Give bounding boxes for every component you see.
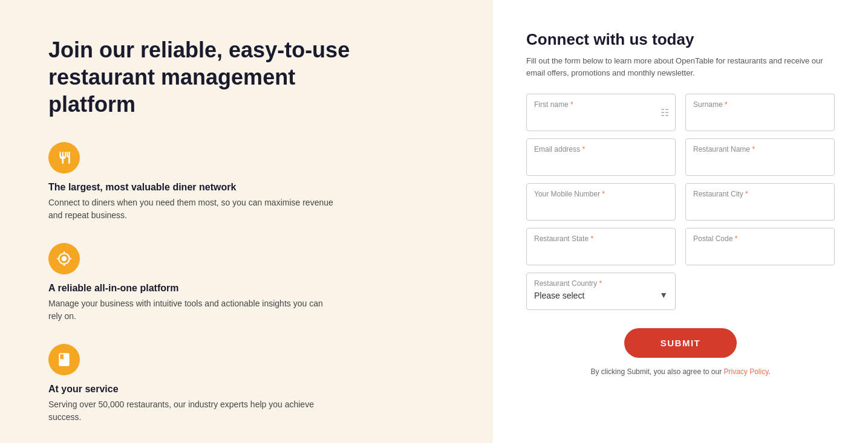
page-headline: Join our reliable, easy-to-use restauran… <box>48 36 351 118</box>
restaurant-state-group: Restaurant State * <box>526 228 676 265</box>
restaurant-name-label: Restaurant Name * <box>693 145 827 154</box>
surname-input[interactable] <box>693 111 827 120</box>
form-heading: Connect with us today <box>526 30 835 49</box>
feature-title-3: At your service <box>48 384 457 395</box>
restaurant-country-select[interactable]: Please select United Kingdom United Stat… <box>534 291 668 300</box>
cutlery-icon <box>56 150 72 166</box>
restaurant-country-label: Restaurant Country * <box>534 279 668 288</box>
privacy-text: By clicking Submit, you also agree to ou… <box>526 366 835 377</box>
restaurant-state-field: Restaurant State * <box>526 228 676 265</box>
form-subtitle: Fill out the form below to learn more ab… <box>526 55 835 79</box>
restaurant-city-field: Restaurant City * <box>685 183 835 221</box>
form-row-4: Restaurant State * Postal Code * <box>526 228 835 265</box>
surname-label: Surname * <box>693 100 827 109</box>
restaurant-country-group: Restaurant Country * Please select Unite… <box>526 273 676 310</box>
postal-code-group: Postal Code * <box>685 228 835 265</box>
form-row-5: Restaurant Country * Please select Unite… <box>526 273 835 310</box>
surname-field: Surname * <box>685 94 835 131</box>
mobile-label: Your Mobile Number * <box>534 190 668 198</box>
restaurant-city-group: Restaurant City * <box>685 183 835 221</box>
email-input[interactable] <box>534 155 668 165</box>
first-name-field: First name * ☷ <box>526 94 676 131</box>
submit-button[interactable]: SUBMIT <box>624 328 737 358</box>
restaurant-city-label: Restaurant City * <box>693 190 827 198</box>
card-icon: ☷ <box>661 107 669 118</box>
privacy-policy-link[interactable]: Privacy Policy <box>723 367 768 376</box>
settings-icon <box>56 251 72 267</box>
book-icon <box>56 352 72 367</box>
feature-icon-1 <box>48 142 80 173</box>
submit-row: SUBMIT <box>526 328 835 358</box>
postal-code-field: Postal Code * <box>685 228 835 265</box>
form-row-3: Your Mobile Number * Restaurant City * <box>526 183 835 221</box>
surname-group: Surname * <box>685 94 835 131</box>
restaurant-name-field: Restaurant Name * <box>685 138 835 176</box>
page-wrapper: Join our reliable, easy-to-use restauran… <box>0 0 868 443</box>
right-panel: Connect with us today Fill out the form … <box>493 0 868 443</box>
mobile-field: Your Mobile Number * <box>526 183 676 221</box>
feature-icon-2 <box>48 243 80 274</box>
feature-title-2: A reliable all-in-one platform <box>48 283 457 294</box>
email-group: Email address * <box>526 138 676 176</box>
feature-icon-3 <box>48 344 80 375</box>
feature-item-3: At your service Serving over 50,000 rest… <box>48 344 457 424</box>
email-field: Email address * <box>526 138 676 176</box>
restaurant-city-input[interactable] <box>693 200 827 210</box>
feature-desc-1: Connect to diners when you need them mos… <box>48 196 339 222</box>
feature-desc-3: Serving over 50,000 restaurants, our ind… <box>48 398 339 424</box>
restaurant-name-group: Restaurant Name * <box>685 138 835 176</box>
restaurant-name-input[interactable] <box>693 155 827 165</box>
feature-title-1: The largest, most valuable diner network <box>48 182 457 193</box>
first-name-group: First name * ☷ <box>526 94 676 131</box>
email-label: Email address * <box>534 145 668 154</box>
restaurant-state-label: Restaurant State * <box>534 234 668 243</box>
restaurant-country-field: Restaurant Country * Please select Unite… <box>526 273 676 310</box>
feature-item-2: A reliable all-in-one platform Manage yo… <box>48 243 457 323</box>
postal-code-input[interactable] <box>693 245 827 254</box>
first-name-input[interactable] <box>534 111 668 120</box>
form-row-1: First name * ☷ Surname * <box>526 94 835 131</box>
feature-desc-2: Manage your business with intuitive tool… <box>48 297 339 323</box>
postal-code-label: Postal Code * <box>693 234 827 243</box>
mobile-input[interactable] <box>534 200 668 210</box>
form-row-2: Email address * Restaurant Name * <box>526 138 835 176</box>
mobile-group: Your Mobile Number * <box>526 183 676 221</box>
first-name-label: First name * <box>534 100 668 109</box>
left-panel: Join our reliable, easy-to-use restauran… <box>0 0 493 443</box>
restaurant-state-input[interactable] <box>534 245 668 254</box>
feature-item-1: The largest, most valuable diner network… <box>48 142 457 222</box>
